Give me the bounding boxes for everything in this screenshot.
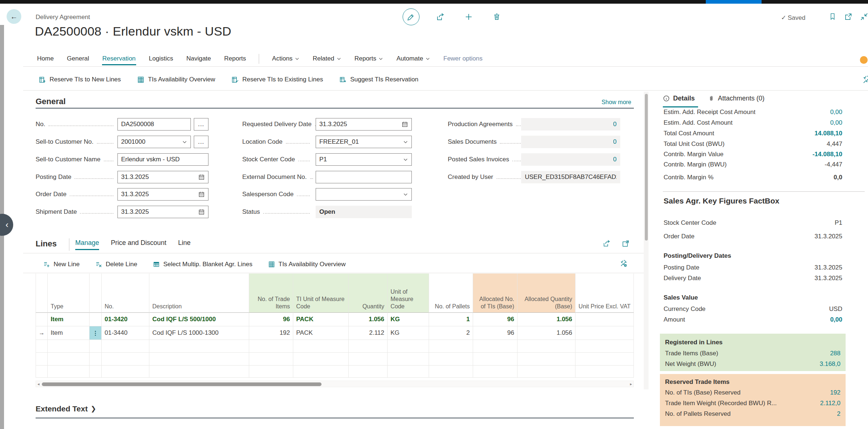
cell-no-of-trade-items[interactable]: 192 [249,326,293,340]
header-unit-of-measure-code[interactable]: Unit of Measure Code [388,274,429,313]
empty-cell[interactable] [349,366,388,378]
delete-document-button[interactable] [493,12,501,21]
production-agreements-field[interactable]: 0 [521,118,620,131]
empty-cell[interactable] [149,353,249,366]
extended-text-heading[interactable]: Extended Text ❯ [36,404,96,413]
show-more-link[interactable]: Show more [587,99,631,106]
empty-cell[interactable] [90,366,102,378]
new-document-button[interactable] [464,12,473,21]
no-field[interactable]: DA2500008 [117,118,191,131]
empty-cell[interactable] [388,353,429,366]
tab-logistics[interactable]: Logistics [149,53,174,65]
drilldown-value[interactable]: 3.168,0 [820,360,840,368]
scroll-left-arrow-icon[interactable]: ◂ [37,382,40,386]
empty-cell[interactable] [575,366,634,378]
cell-type[interactable]: Item [48,313,90,326]
tis-availability-overview-button[interactable]: TIs Availability Overview [137,76,215,84]
lines-expand-button[interactable] [622,239,630,247]
main-vertical-scrollbar[interactable] [644,92,649,389]
empty-cell[interactable] [293,366,349,378]
cell-ti-uom[interactable]: PACK [293,326,349,340]
empty-cell[interactable] [429,353,473,366]
location-code-field[interactable]: FREEZER_01 [316,136,412,148]
drilldown-value[interactable]: 192 [830,389,840,396]
empty-cell[interactable] [429,340,473,353]
empty-cell[interactable] [149,340,249,353]
cell-allocated-qty[interactable]: 1.056 [517,313,575,326]
empty-cell[interactable] [90,353,102,366]
calendar-icon[interactable] [198,174,205,180]
cell-description[interactable]: Cod IQF L/S 1000-1300 [149,326,249,340]
tab-navigate[interactable]: Navigate [186,53,211,65]
posted-sales-invoices-field[interactable]: 0 [521,153,620,166]
back-button[interactable]: ← [7,9,21,24]
tab-reservation[interactable]: Reservation [102,53,136,65]
header-allocated-quantity-base[interactable]: Allocated Quantity (Base) [517,274,575,313]
drilldown-value[interactable]: 0,00 [830,119,842,126]
suggest-tis-reservation-button[interactable]: Suggest TIs Reservation [339,76,418,84]
cell-ti-uom[interactable]: PACK [293,313,349,326]
cell-no-of-pallets[interactable]: 1 [429,313,473,326]
collapse-window-button[interactable] [860,12,868,21]
empty-cell[interactable] [36,366,48,378]
shipment-date-field[interactable]: 31.3.2025 [117,206,208,218]
stock-center-code-field[interactable]: P1 [316,153,412,166]
share-button[interactable] [436,12,445,21]
empty-cell[interactable] [473,353,517,366]
empty-cell[interactable] [388,340,429,353]
lines-tab-manage[interactable]: Manage [75,239,99,250]
empty-cell[interactable] [102,340,149,353]
sell-to-customer-no-assist-button[interactable]: ... [194,136,208,148]
cell-no[interactable]: 01-3440 [102,326,149,340]
reserve-tis-new-lines-button[interactable]: Reserve TIs to New Lines [39,76,121,84]
cell-quantity[interactable]: 1.056 [349,313,388,326]
cell-no-of-pallets[interactable]: 2 [429,326,473,340]
cell-allocated-qty[interactable]: 1.056 [517,326,575,340]
empty-cell[interactable] [349,340,388,353]
header-no[interactable]: No. [102,274,149,313]
empty-cell[interactable] [473,340,517,353]
current-row-indicator[interactable]: → [36,326,48,340]
empty-cell[interactable] [48,340,90,353]
order-date-field[interactable]: 31.3.2025 [117,188,208,201]
header-no-of-trade-items[interactable]: No. of Trade Items [249,274,293,313]
fewer-options-button[interactable]: Fewer options [443,53,483,65]
scroll-right-arrow-icon[interactable]: ▸ [630,382,632,386]
empty-cell[interactable] [517,340,575,353]
cell-allocated-tis[interactable]: 96 [473,326,517,340]
menu-automate[interactable]: Automate [396,53,431,65]
cell-quantity[interactable]: 2.112 [349,326,388,340]
no-assist-button[interactable]: ... [194,118,208,131]
tab-general[interactable]: General [66,53,89,65]
header-unit-price-excl-vat[interactable]: Unit Price Excl. VAT [575,274,634,313]
sell-to-customer-no-field[interactable]: 2001000 [117,136,191,148]
menu-actions[interactable]: Actions [272,53,300,65]
lines-tis-availability-overview-button[interactable]: TIs Availability Overview [268,261,346,268]
empty-cell[interactable] [36,340,48,353]
empty-cell[interactable] [517,353,575,366]
empty-cell[interactable] [293,353,349,366]
cell-unit-price[interactable] [575,326,634,340]
horizontal-scroll-thumb[interactable] [42,382,322,386]
vertical-scroll-thumb[interactable] [645,94,648,241]
open-in-new-window-button[interactable] [844,12,853,21]
requested-delivery-date-field[interactable]: 31.3.2025 [316,118,412,131]
pin-ribbon-button[interactable] [862,75,868,84]
drilldown-value[interactable]: 288 [830,350,840,357]
header-no-of-pallets[interactable]: No. of Pallets [429,274,473,313]
unpin-toolbar-button[interactable] [620,259,628,267]
empty-cell[interactable] [249,366,293,378]
drilldown-value[interactable]: 0,00 [830,109,842,116]
empty-cell[interactable] [48,353,90,366]
empty-cell[interactable] [517,366,575,378]
salesperson-code-field[interactable] [316,188,412,201]
menu-reports-dropdown[interactable]: Reports [354,53,384,65]
empty-cell[interactable] [149,366,249,378]
cell-no[interactable]: 01-3420 [102,313,149,326]
drilldown-value[interactable]: 14.088,10 [814,130,842,137]
drilldown-value[interactable]: 2 [837,410,840,418]
drilldown-value[interactable]: -14.088,10 [813,151,842,158]
select-multiple-blanket-agr-lines-button[interactable]: Select Multip. Blanket Agr. Lines [153,261,253,268]
row-context-menu-button[interactable]: ⋮ [90,326,102,340]
empty-cell[interactable] [249,340,293,353]
